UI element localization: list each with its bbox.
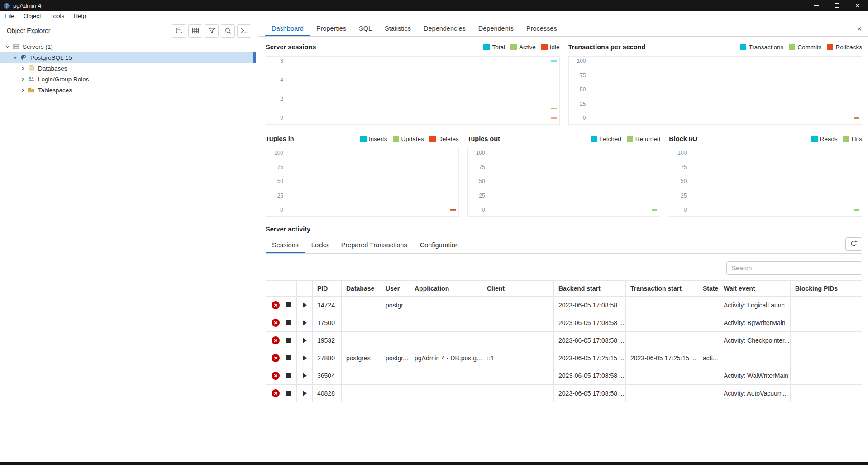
cancel-query-icon bbox=[286, 391, 291, 396]
tree-item-databases[interactable]: Databases bbox=[0, 63, 256, 74]
main-layout: Object Explorer Servers (1)PostgreSQL 15… bbox=[0, 21, 868, 462]
query-tool-icon[interactable] bbox=[172, 24, 186, 38]
view-details-button[interactable] bbox=[302, 390, 308, 397]
tab-dashboard[interactable]: Dashboard bbox=[265, 21, 310, 36]
cell-user bbox=[381, 367, 410, 385]
chevron-down-icon[interactable] bbox=[11, 54, 19, 61]
activity-tabbar: SessionsLocksPrepared TransactionsConfig… bbox=[266, 237, 862, 254]
tab-statistics[interactable]: Statistics bbox=[378, 21, 417, 36]
activity-tab-configuration[interactable]: Configuration bbox=[414, 238, 465, 253]
terminate-session-button[interactable]: ✕ bbox=[271, 371, 280, 381]
legend-label: Active bbox=[519, 44, 536, 51]
maximize-button[interactable] bbox=[826, 0, 847, 11]
chevron-right-icon[interactable] bbox=[19, 86, 27, 94]
terminate-session-button[interactable]: ✕ bbox=[271, 335, 280, 345]
menubar: FileObjectToolsHelp bbox=[0, 11, 868, 21]
view-details-cell bbox=[297, 314, 313, 332]
cell-user: postgr... bbox=[381, 349, 410, 367]
cell-blocking-pids bbox=[791, 332, 862, 349]
session-row: ✕27880postgrespostgr...pgAdmin 4 - DB:po… bbox=[266, 349, 862, 367]
cancel-query-button[interactable] bbox=[285, 337, 292, 344]
chart-header: Tuples outFetchedReturned bbox=[467, 134, 661, 144]
menu-help[interactable]: Help bbox=[69, 11, 91, 21]
cancel-query-button[interactable] bbox=[285, 354, 292, 361]
tree-item-label: Servers (1) bbox=[23, 43, 53, 50]
activity-tab-sessions[interactable]: Sessions bbox=[266, 238, 305, 253]
cancel-query-button[interactable] bbox=[285, 302, 292, 308]
legend-swatch bbox=[360, 136, 367, 142]
terminate-session-cell: ✕ bbox=[266, 297, 280, 314]
cell-state bbox=[698, 385, 719, 402]
cell-client bbox=[482, 385, 554, 402]
view-details-button[interactable] bbox=[302, 337, 308, 344]
activity-tab-prepared-transactions[interactable]: Prepared Transactions bbox=[335, 238, 414, 253]
cancel-query-icon bbox=[286, 302, 291, 307]
tab-dependents[interactable]: Dependents bbox=[472, 21, 520, 36]
view-details-button[interactable] bbox=[302, 319, 308, 326]
tab-properties[interactable]: Properties bbox=[310, 21, 353, 36]
terminate-session-button[interactable]: ✕ bbox=[271, 388, 280, 398]
cell-wait-event bbox=[719, 349, 791, 367]
menu-tools[interactable]: Tools bbox=[46, 11, 69, 21]
cell-backend-start: 2023-06-05 17:25:15 ... bbox=[554, 349, 626, 367]
activity-tab-locks[interactable]: Locks bbox=[305, 238, 335, 253]
tree-item-login-group-roles[interactable]: Login/Group Roles bbox=[0, 74, 256, 85]
tab-sql[interactable]: SQL bbox=[353, 21, 378, 36]
refresh-button[interactable] bbox=[845, 237, 862, 251]
tree-item-tablespaces[interactable]: Tablespaces bbox=[0, 85, 256, 95]
chevron-down-icon[interactable] bbox=[4, 43, 11, 51]
minimize-button[interactable] bbox=[806, 0, 826, 11]
terminate-session-button[interactable]: ✕ bbox=[271, 300, 280, 310]
cell-blocking-pids bbox=[791, 385, 862, 402]
view-details-button[interactable] bbox=[302, 302, 308, 309]
series-mark-deletes bbox=[450, 209, 456, 211]
cell-user bbox=[381, 385, 410, 402]
cancel-query-button[interactable] bbox=[285, 372, 292, 379]
cell-application bbox=[410, 297, 482, 314]
psql-tool-icon[interactable] bbox=[237, 24, 251, 38]
chart-title: Block I/O bbox=[669, 135, 697, 142]
menu-file[interactable]: File bbox=[0, 11, 19, 21]
terminate-session-cell: ✕ bbox=[266, 385, 280, 402]
search-objects-icon[interactable] bbox=[221, 24, 235, 38]
chart-plot-area: 1007550250 bbox=[467, 148, 661, 217]
y-tick: 2 bbox=[268, 96, 283, 102]
tree-item-servers-1[interactable]: Servers (1) bbox=[0, 41, 256, 52]
cell-wait-event: Activity: LogicalLaunc... bbox=[719, 297, 791, 314]
legend-item-hits: Hits bbox=[843, 136, 862, 142]
cell-blocking-pids bbox=[791, 349, 862, 367]
close-button[interactable]: ✕ bbox=[847, 0, 868, 11]
tab-dependencies[interactable]: Dependencies bbox=[417, 21, 472, 36]
tree-item-label: Tablespaces bbox=[38, 87, 72, 94]
main-tabbar: DashboardPropertiesSQLStatisticsDependen… bbox=[258, 21, 868, 37]
filter-icon[interactable] bbox=[205, 24, 219, 38]
cancel-query-button[interactable] bbox=[285, 319, 292, 326]
terminate-session-button[interactable]: ✕ bbox=[271, 318, 280, 328]
cell-backend-start: 2023-06-05 17:08:58 ... bbox=[554, 385, 626, 402]
menu-object[interactable]: Object bbox=[19, 11, 46, 21]
cell-database bbox=[342, 385, 381, 402]
legend-item-total: Total bbox=[483, 44, 505, 51]
y-tick: 25 bbox=[268, 193, 283, 199]
view-data-icon[interactable] bbox=[188, 24, 202, 38]
cell-client: ::1 bbox=[482, 349, 554, 367]
view-details-button[interactable] bbox=[302, 354, 308, 362]
legend-item-returned: Returned bbox=[627, 136, 661, 142]
tree-item-postgresql-15[interactable]: PostgreSQL 15 bbox=[0, 52, 256, 63]
terminate-session-icon: ✕ bbox=[272, 372, 280, 380]
panel-close-icon[interactable]: ✕ bbox=[851, 21, 868, 36]
legend-label: Deletes bbox=[438, 136, 459, 142]
view-details-icon bbox=[303, 355, 307, 361]
tab-processes[interactable]: Processes bbox=[520, 21, 563, 36]
search-input[interactable] bbox=[726, 261, 862, 275]
search-row bbox=[266, 261, 862, 275]
legend-label: Transactions bbox=[749, 44, 783, 51]
terminate-session-button[interactable]: ✕ bbox=[271, 353, 280, 363]
legend-item-commits: Commits bbox=[789, 44, 821, 51]
chevron-right-icon[interactable] bbox=[19, 65, 27, 72]
view-details-button[interactable] bbox=[302, 372, 308, 379]
legend-swatch bbox=[827, 44, 833, 50]
chart-legend: InsertsUpdatesDeletes bbox=[360, 136, 459, 142]
chevron-right-icon[interactable] bbox=[19, 75, 27, 83]
cancel-query-button[interactable] bbox=[285, 390, 292, 396]
